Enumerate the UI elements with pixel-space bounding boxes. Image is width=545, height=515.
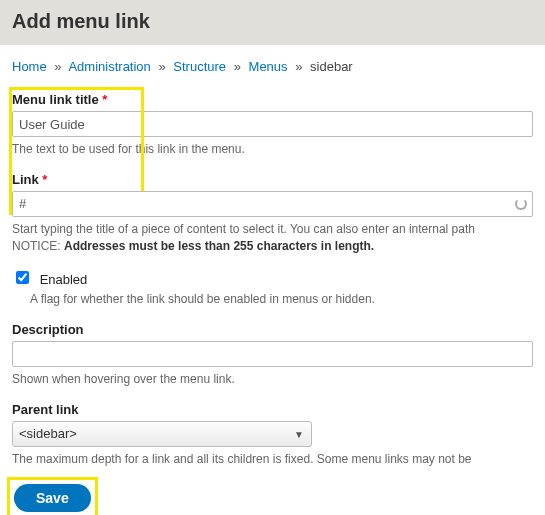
breadcrumb-sep: » — [295, 59, 302, 74]
description-label: Description — [12, 322, 533, 337]
breadcrumb-link-structure[interactable]: Structure — [173, 59, 226, 74]
form-item-parent-link: Parent link <sidebar> ▼ The maximum dept… — [12, 402, 533, 468]
parent-link-select[interactable]: <sidebar> — [12, 421, 312, 447]
required-mark: * — [102, 92, 107, 107]
description-help: Shown when hovering over the menu link. — [12, 371, 533, 388]
save-button[interactable]: Save — [14, 484, 91, 512]
form-item-enabled: Enabled A flag for whether the link shou… — [12, 268, 533, 308]
enabled-description: A flag for whether the link should be en… — [30, 291, 533, 308]
menu-link-title-input[interactable] — [12, 111, 533, 137]
description-input[interactable] — [12, 341, 533, 367]
breadcrumb-sep: » — [158, 59, 165, 74]
breadcrumb-link-menus[interactable]: Menus — [249, 59, 288, 74]
breadcrumb-sep: » — [234, 59, 241, 74]
required-mark: * — [42, 172, 47, 187]
enabled-checkbox[interactable] — [16, 271, 29, 284]
form-item-menu-link-title: Menu link title * The text to be used fo… — [12, 92, 533, 158]
page-header: Add menu link — [0, 0, 545, 45]
content-area: Home » Administration » Structure » Menu… — [0, 45, 545, 515]
breadcrumb-link-administration[interactable]: Administration — [68, 59, 150, 74]
parent-link-label: Parent link — [12, 402, 533, 417]
autocomplete-spinner-icon — [515, 198, 527, 210]
breadcrumb-current: sidebar — [310, 59, 353, 74]
form-item-description: Description Shown when hovering over the… — [12, 322, 533, 388]
breadcrumb: Home » Administration » Structure » Menu… — [12, 59, 533, 74]
actions-row: Save — [12, 482, 533, 514]
link-label: Link * — [12, 172, 533, 187]
link-description: Start typing the title of a piece of con… — [12, 221, 533, 255]
link-input[interactable] — [12, 191, 533, 217]
breadcrumb-link-home[interactable]: Home — [12, 59, 47, 74]
menu-link-title-label: Menu link title * — [12, 92, 533, 107]
breadcrumb-sep: » — [54, 59, 61, 74]
menu-link-title-description: The text to be used for this link in the… — [12, 141, 533, 158]
enabled-label[interactable]: Enabled — [40, 272, 88, 287]
form-item-link: Link * Start typing the title of a piece… — [12, 172, 533, 255]
page-title: Add menu link — [12, 10, 533, 33]
parent-link-description: The maximum depth for a link and all its… — [12, 451, 533, 468]
